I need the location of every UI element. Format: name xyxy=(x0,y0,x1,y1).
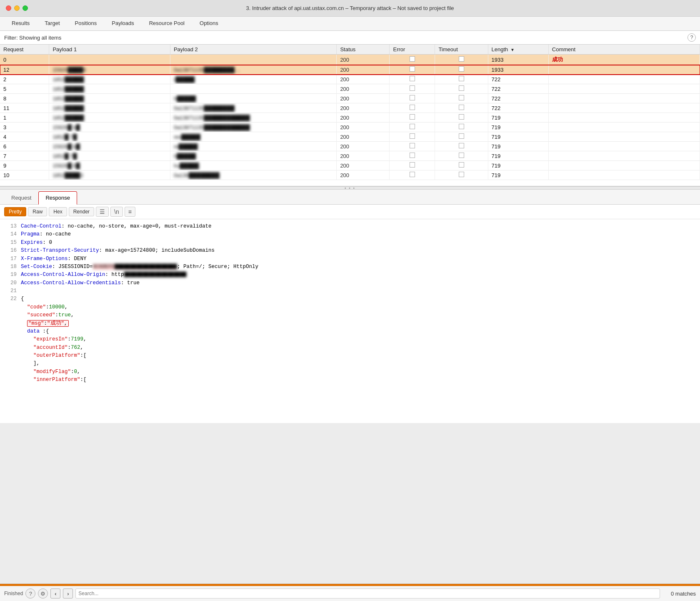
tab-positions[interactable]: Positions xyxy=(68,17,105,30)
sort-arrow-icon: ▼ xyxy=(510,48,515,52)
forward-button[interactable]: › xyxy=(63,588,73,598)
cell-status: 200 xyxy=(337,170,390,180)
cell-comment xyxy=(548,123,700,132)
cell-request: 2 xyxy=(0,75,49,84)
back-button[interactable]: ‹ xyxy=(50,588,60,598)
cell-payload1: 1852█████ xyxy=(49,94,170,103)
cell-payload1: 1852█████ xyxy=(49,113,170,123)
timeout-checkbox xyxy=(459,162,464,168)
cell-timeout xyxy=(435,123,488,132)
help-button[interactable]: ? xyxy=(688,33,696,42)
help-icon-button[interactable]: ? xyxy=(25,588,35,598)
minimize-button[interactable] xyxy=(14,5,20,11)
cell-error xyxy=(390,84,435,94)
cell-error xyxy=(390,161,435,170)
code-line-outer-close: ], xyxy=(5,360,695,368)
table-row[interactable]: 6 15926█ b█ re█████ 200 719 xyxy=(0,142,700,151)
cell-error xyxy=(390,151,435,161)
code-line-data: data :{ xyxy=(5,328,695,336)
table-row[interactable]: 4 1852█ 7█ res█████ 200 719 xyxy=(0,132,700,142)
code-line-succeed: "succeed":true, xyxy=(5,311,695,319)
timeout-checkbox xyxy=(459,153,464,158)
matches-text: 0 matches xyxy=(662,591,696,597)
menu-icon-button[interactable]: ≡ xyxy=(125,207,135,217)
cell-comment xyxy=(548,84,700,94)
code-line-16: 16 Strict-Transport-Security: max-age=15… xyxy=(5,247,695,255)
tab-payloads[interactable]: Payloads xyxy=(104,17,141,30)
col-header-payload1: Payload 1 xyxy=(49,45,170,55)
cell-request: 6 xyxy=(0,142,49,151)
error-checkbox xyxy=(410,66,415,72)
lines-icon-button[interactable]: ☰ xyxy=(96,207,109,217)
error-checkbox xyxy=(410,105,415,110)
maximize-button[interactable] xyxy=(22,5,28,11)
cell-status: 200 xyxy=(337,113,390,123)
cell-length: 1933 xyxy=(488,55,548,65)
cell-timeout xyxy=(435,84,488,94)
tab-results[interactable]: Results xyxy=(4,17,37,30)
status-bar-content: Finished ? ⚙ ‹ › 0 matches xyxy=(0,586,700,601)
cell-request: 1 xyxy=(0,113,49,123)
cell-length: 719 xyxy=(488,113,548,123)
search-input[interactable] xyxy=(75,588,660,598)
cell-payload2: h█████ xyxy=(170,94,336,103)
btn-pretty[interactable]: Pretty xyxy=(4,207,26,216)
cell-comment xyxy=(548,113,700,123)
table-row[interactable]: 10 1852████3 0a138████████ 200 719 xyxy=(0,170,700,180)
cell-status: 200 xyxy=(337,151,390,161)
bottom-panel: Request Response Pretty Raw Hex Render ☰… xyxy=(0,190,700,423)
table-row[interactable]: 12 15926████6 0a13871135████████… 200 19… xyxy=(0,65,700,75)
cell-timeout xyxy=(435,142,488,151)
table-row[interactable]: 7 1852█ 7█ h█████ 200 719 xyxy=(0,151,700,161)
close-button[interactable] xyxy=(6,5,11,11)
table-row[interactable]: 2 1852█████ r█████ 200 722 xyxy=(0,75,700,84)
table-row[interactable]: 9 15926█ 6█ hu█████ 200 719 xyxy=(0,161,700,170)
tab-request[interactable]: Request xyxy=(4,191,38,204)
table-row[interactable]: 5 1852█████ 200 722 xyxy=(0,84,700,94)
drag-handle[interactable]: • • • xyxy=(0,186,700,190)
cell-comment: 成功 xyxy=(548,55,700,65)
cell-payload2: 0a13871135████████████ xyxy=(170,123,336,132)
results-table-container[interactable]: Request Payload 1 Payload 2 Status Error… xyxy=(0,45,700,186)
table-row[interactable]: 3 15926█ b█ 0a13871135████████████ 200 7… xyxy=(0,123,700,132)
col-header-length[interactable]: Length ▼ xyxy=(488,45,548,55)
btn-raw[interactable]: Raw xyxy=(28,207,47,216)
code-line-msg: "msg":"成功", xyxy=(5,320,695,328)
cell-comment xyxy=(548,75,700,84)
error-checkbox xyxy=(410,76,415,81)
titlebar: 3. Intruder attack of api.uat.ustax.com.… xyxy=(0,0,700,17)
cell-payload2: res█████ xyxy=(170,132,336,142)
settings-icon-button[interactable]: ⚙ xyxy=(38,588,48,598)
finished-label: Finished xyxy=(4,591,23,596)
cell-payload2: re█████ xyxy=(170,142,336,151)
tab-response[interactable]: Response xyxy=(38,191,77,205)
btn-hex[interactable]: Hex xyxy=(49,207,67,216)
filter-text: Filter: Showing all items xyxy=(4,35,61,41)
cell-payload1: 1852█ 7█ xyxy=(49,151,170,161)
cell-payload1: 1852█████ xyxy=(49,75,170,84)
cell-length: 719 xyxy=(488,123,548,132)
cell-timeout xyxy=(435,94,488,103)
error-checkbox xyxy=(410,56,415,62)
col-header-timeout: Timeout xyxy=(435,45,488,55)
cell-payload1: 15926████6 xyxy=(49,65,170,75)
btn-render[interactable]: Render xyxy=(69,207,94,216)
code-line-15: 15 Expires: 0 xyxy=(5,239,695,247)
table-row[interactable]: 11 1852█████ 0a13871135████████ 200 722 xyxy=(0,103,700,113)
bottom-status-bar: Finished ? ⚙ ‹ › 0 matches xyxy=(0,583,700,601)
table-row[interactable]: 1 1852█████ 0a13871135████████████ 200 7… xyxy=(0,113,700,123)
cell-request: 9 xyxy=(0,161,49,170)
tab-resource-pool[interactable]: Resource Pool xyxy=(142,17,192,30)
tab-target[interactable]: Target xyxy=(37,17,67,30)
cell-timeout xyxy=(435,132,488,142)
code-line-20: 20 Access-Control-Allow-Credentials: tru… xyxy=(5,279,695,287)
tab-options[interactable]: Options xyxy=(192,17,226,30)
cell-timeout xyxy=(435,161,488,170)
table-row[interactable]: 0 200 1933 成功 xyxy=(0,55,700,65)
newline-icon-button[interactable]: \n xyxy=(110,207,123,217)
response-code-content: 13 Cache-Control: no-cache, no-store, ma… xyxy=(0,219,700,423)
code-line-19: 19 Access-Control-Allow-Origin: http████… xyxy=(5,271,695,279)
table-row[interactable]: 8 1852█████ h█████ 200 722 xyxy=(0,94,700,103)
cell-length: 722 xyxy=(488,94,548,103)
results-table: Request Payload 1 Payload 2 Status Error… xyxy=(0,45,700,180)
